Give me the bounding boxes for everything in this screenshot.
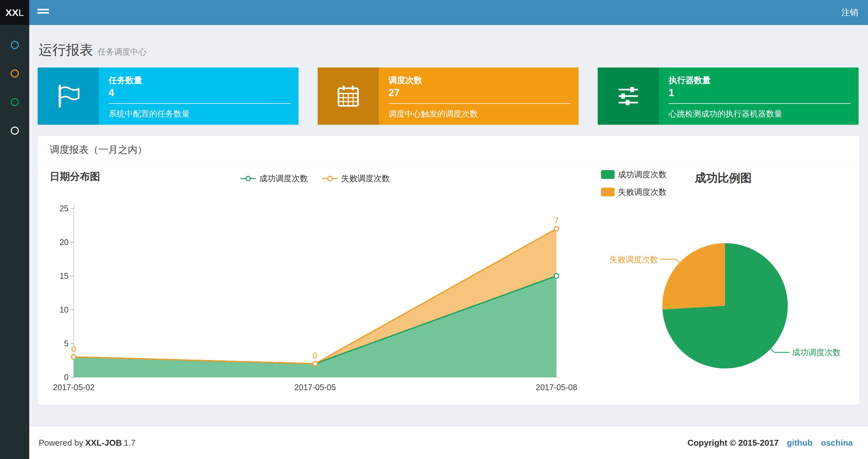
github-link[interactable]: github (787, 438, 812, 448)
svg-text:20: 20 (59, 238, 68, 247)
svg-text:失败调度次数: 失败调度次数 (610, 255, 658, 264)
info-box-title: 任务数量 (108, 75, 142, 86)
circle-icon (11, 98, 19, 106)
info-box-description: 心跳检测成功的执行器机器数量 (669, 108, 782, 119)
info-box-row: 任务数量 4 系统中配置的任务数量 (38, 67, 859, 125)
legend-swatch-orange (601, 188, 615, 196)
success-ratio-pie-chart[interactable]: 成功调度次数失败调度次数 (601, 208, 859, 396)
sidebar-item-1[interactable] (0, 31, 29, 59)
legend-line-marker-orange (322, 175, 338, 182)
legend-item-success[interactable]: 成功调度次数 (601, 169, 666, 180)
top-navbar: XXL 注销 (0, 0, 868, 25)
sidebar-item-4[interactable] (0, 116, 29, 145)
circle-icon (11, 69, 19, 77)
legend-item-success[interactable]: 成功调度次数 (240, 173, 308, 184)
svg-text:0: 0 (71, 344, 76, 354)
legend-label: 成功调度次数 (259, 173, 308, 184)
svg-text:成功调度次数: 成功调度次数 (792, 348, 841, 357)
legend-line-marker-green (240, 175, 256, 182)
svg-text:15: 15 (59, 271, 68, 281)
date-distribution-area-chart[interactable]: 05101520252017-05-022017-05-052017-05-08… (38, 195, 596, 402)
logo-text-bold: XX (5, 7, 19, 18)
panel-title: 调度报表（一月之内） (38, 136, 859, 164)
divider (389, 103, 571, 104)
info-box-value: 4 (108, 87, 114, 99)
content-header: 运行报表任务调度中心 (39, 41, 147, 59)
pie-chart-title: 成功比例图 (695, 170, 752, 186)
svg-text:7: 7 (554, 216, 559, 225)
logo-text-light: L (19, 7, 24, 18)
circle-icon (11, 127, 19, 135)
sidebar-item-3[interactable] (0, 88, 29, 116)
info-box-title: 调度次数 (389, 75, 422, 86)
legend-item-fail[interactable]: 失败调度次数 (322, 173, 390, 184)
info-box-executor-count: 执行器数量 1 心跳检测成功的执行器机器数量 (598, 67, 859, 125)
pie-chart-legend: 成功调度次数 失败调度次数 (601, 169, 666, 197)
legend-swatch-green (601, 170, 615, 179)
legend-label: 失败调度次数 (341, 173, 390, 184)
svg-text:2017-05-05: 2017-05-05 (294, 383, 336, 392)
calendar-icon (318, 67, 379, 125)
info-box-value: 1 (669, 87, 674, 99)
svg-text:5: 5 (64, 339, 68, 348)
app-name: XXL-JOB (85, 438, 122, 448)
svg-text:0: 0 (313, 351, 317, 360)
page-footer: Powered byXXL-JOB1.7 Copyright © 2015-20… (29, 426, 868, 459)
svg-text:2017-05-08: 2017-05-08 (536, 383, 577, 392)
info-box-title: 执行器数量 (669, 75, 711, 86)
xxl-job-dashboard: XXL 注销 运行报表任务调度中心 任务数量 4 (0, 0, 868, 459)
sidebar-item-2[interactable] (0, 59, 29, 88)
legend-label: 成功调度次数 (618, 169, 666, 180)
sidebar (0, 25, 29, 459)
powered-by: Powered byXXL-JOB1.7 (39, 438, 135, 448)
sliders-icon (598, 67, 659, 125)
info-box-value: 27 (389, 87, 400, 99)
svg-text:0: 0 (64, 373, 68, 382)
hamburger-icon (37, 9, 49, 15)
sidebar-toggle-button[interactable] (29, 0, 57, 25)
legend-item-fail[interactable]: 失败调度次数 (601, 187, 666, 197)
copyright: Copyright © 2015-2017 github oschina (687, 438, 853, 448)
logout-link[interactable]: 注销 (841, 0, 858, 25)
divider (669, 103, 851, 104)
info-box-description: 系统中配置的任务数量 (108, 108, 190, 119)
page-title: 运行报表任务调度中心 (39, 41, 147, 59)
report-panel: 调度报表（一月之内） 日期分布图 成功调度次数 失败调度次数 (38, 136, 859, 405)
svg-text:10: 10 (59, 305, 68, 314)
svg-text:2017-05-02: 2017-05-02 (53, 383, 95, 392)
flag-icon (38, 67, 99, 125)
page-title-text: 运行报表 (39, 42, 93, 58)
line-chart-title: 日期分布图 (50, 170, 100, 184)
info-box-description: 调度中心触发的调度次数 (389, 108, 478, 119)
circle-icon (11, 41, 19, 49)
legend-label: 失败调度次数 (618, 187, 666, 197)
info-box-task-count: 任务数量 4 系统中配置的任务数量 (38, 67, 299, 125)
copyright-text: Copyright © 2015-2017 (687, 438, 779, 448)
svg-text:25: 25 (59, 204, 68, 213)
app-version: 1.7 (124, 438, 135, 448)
page-subtitle: 任务调度中心 (98, 47, 147, 56)
line-chart-legend: 成功调度次数 失败调度次数 (240, 173, 390, 184)
divider (108, 103, 291, 104)
info-box-trigger-count: 调度次数 27 调度中心触发的调度次数 (318, 67, 579, 125)
oschina-link[interactable]: oschina (821, 438, 853, 448)
app-logo[interactable]: XXL (0, 0, 29, 25)
